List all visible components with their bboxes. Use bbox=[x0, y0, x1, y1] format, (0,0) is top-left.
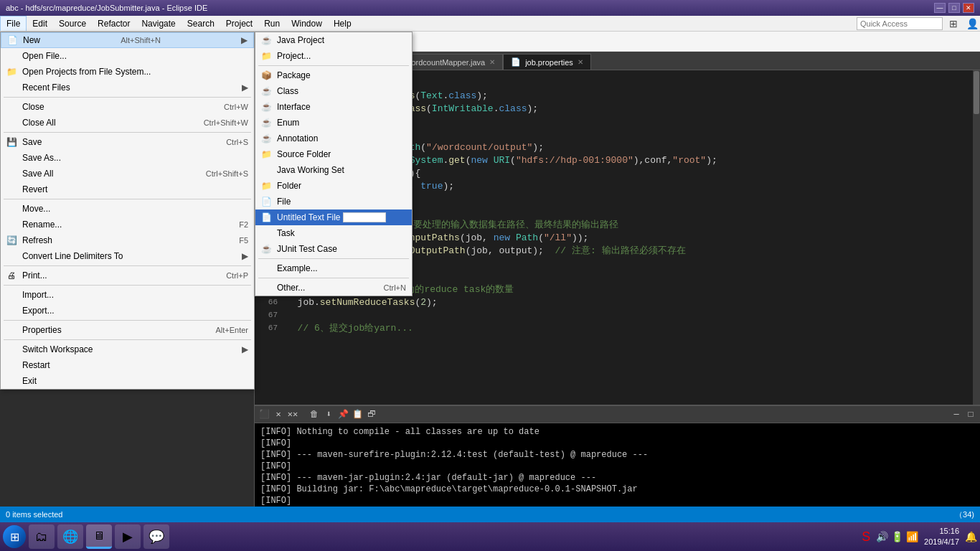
taskbar-app-browser[interactable]: 🌐 bbox=[57, 524, 83, 549]
console-pin-btn[interactable]: 📌 bbox=[336, 408, 349, 421]
submenu-junittestcase[interactable]: ☕ JUnit Test Case bbox=[255, 241, 412, 257]
console-newwindow-btn[interactable]: 🗗 bbox=[365, 408, 378, 421]
console-terminate-btn[interactable]: ✕ bbox=[272, 408, 285, 421]
menu-item-properties[interactable]: Properties Alt+Enter bbox=[1, 322, 254, 338]
maximize-button[interactable]: □ bbox=[948, 3, 960, 13]
submenu-junittestcase-label: JUnit Test Case bbox=[277, 244, 337, 254]
submenu-package[interactable]: 📦 Package bbox=[255, 67, 412, 83]
menu-refactor[interactable]: Refactor bbox=[92, 16, 136, 31]
submenu-untitledtextfile[interactable]: 📄 Untitled Text File bbox=[255, 209, 412, 225]
submenu-annotation[interactable]: ☕ Annotation bbox=[255, 131, 412, 146]
task-icon bbox=[260, 227, 273, 240]
revert-icon bbox=[5, 183, 18, 196]
menu-run[interactable]: Run bbox=[258, 16, 286, 31]
minimize-button[interactable]: — bbox=[934, 3, 946, 13]
menu-window[interactable]: Window bbox=[286, 16, 328, 31]
perspective-button[interactable]: ⊞ bbox=[946, 16, 961, 32]
console-terminate-all-btn[interactable]: ✕✕ bbox=[286, 408, 299, 421]
menu-item-refresh[interactable]: 🔄 Refresh F5 bbox=[1, 232, 254, 248]
submenu-javaworkingset[interactable]: Java Working Set bbox=[255, 162, 412, 178]
console-min-btn[interactable]: — bbox=[950, 408, 963, 421]
close-button[interactable]: ✕ bbox=[963, 3, 974, 13]
taskbar-sougou-icon[interactable]: S bbox=[862, 529, 870, 545]
menu-item-save[interactable]: 💾 Save Ctrl+S bbox=[1, 134, 254, 150]
rename-icon bbox=[5, 218, 18, 231]
console-stop-btn[interactable]: ⬛ bbox=[258, 408, 270, 421]
submenu-task[interactable]: Task bbox=[255, 225, 412, 241]
submenu-enum[interactable]: ☕ Enum bbox=[255, 115, 412, 131]
submenu-enum-label: Enum bbox=[277, 118, 299, 128]
menu-item-close[interactable]: Close Ctrl+W bbox=[1, 99, 254, 115]
menu-navigate[interactable]: Navigate bbox=[136, 16, 181, 31]
menu-item-restart[interactable]: Restart bbox=[1, 357, 254, 373]
submenu-sourcefolder[interactable]: 📁 Source Folder bbox=[255, 146, 412, 162]
console-line-2: [INFO] bbox=[260, 438, 974, 449]
titlebar: abc - hdfs/src/mapreduce/JobSubmitter.ja… bbox=[0, 0, 980, 16]
submenu-java-project[interactable]: ☕ Java Project bbox=[255, 32, 412, 48]
menu-edit[interactable]: Edit bbox=[27, 16, 53, 31]
taskbar-app-player[interactable]: ▶ bbox=[115, 524, 141, 549]
menu-item-restart-label: Restart bbox=[22, 360, 50, 370]
submenu-other[interactable]: Other... Ctrl+N bbox=[255, 280, 412, 296]
menu-help[interactable]: Help bbox=[328, 16, 357, 31]
menu-item-openprojects-label: Open Projects from File System... bbox=[22, 67, 151, 77]
titlebar-controls[interactable]: — □ ✕ bbox=[934, 3, 974, 13]
menu-file[interactable]: File bbox=[0, 16, 27, 31]
menu-item-switchworkspace[interactable]: Switch Workspace ▶ bbox=[1, 342, 254, 357]
console-line-3: [INFO] --- maven-surefire-plugin:2.12.4:… bbox=[260, 449, 974, 461]
menu-item-convertdelimiters[interactable]: Convert Line Delimiters To ▶ bbox=[1, 248, 254, 264]
console-scroll-btn[interactable]: ⬇ bbox=[322, 408, 335, 421]
submenu-file[interactable]: 📄 File bbox=[255, 194, 412, 209]
menu-search[interactable]: Search bbox=[182, 16, 220, 31]
quickaccess-area: ⊞ 👤 bbox=[857, 16, 980, 32]
start-button[interactable]: ⊞ bbox=[3, 525, 26, 548]
java-project-icon: ☕ bbox=[260, 34, 273, 47]
sep-1 bbox=[4, 97, 251, 98]
tab-close-mapper[interactable]: ✕ bbox=[489, 58, 495, 66]
menu-item-revert[interactable]: Revert bbox=[1, 182, 254, 197]
menu-item-print[interactable]: 🖨 Print... Ctrl+P bbox=[1, 268, 254, 283]
menu-item-saveas[interactable]: Save As... bbox=[1, 150, 254, 166]
menu-item-openfile[interactable]: Open File... bbox=[1, 48, 254, 64]
menu-item-openprojects[interactable]: 📁 Open Projects from File System... bbox=[1, 64, 254, 80]
user-button[interactable]: 👤 bbox=[964, 16, 980, 32]
switchworkspace-arrow: ▶ bbox=[242, 344, 248, 354]
menu-item-recentfiles[interactable]: Recent Files ▶ bbox=[1, 80, 254, 95]
menu-item-exit-label: Exit bbox=[22, 376, 37, 386]
menu-item-closeall[interactable]: Close All Ctrl+Shift+W bbox=[1, 115, 254, 131]
submenu-project-label: Project... bbox=[277, 51, 311, 61]
import-icon bbox=[5, 288, 18, 301]
console-copy-btn[interactable]: 📋 bbox=[351, 408, 364, 421]
menu-item-rename[interactable]: Rename... F2 bbox=[1, 217, 254, 232]
menu-source[interactable]: Source bbox=[53, 16, 92, 31]
interface-icon: ☕ bbox=[260, 100, 273, 113]
other-icon bbox=[260, 281, 273, 294]
submenu-folder[interactable]: 📁 Folder bbox=[255, 178, 412, 194]
console-max-btn[interactable]: □ bbox=[964, 408, 977, 421]
menu-item-export[interactable]: Export... bbox=[1, 303, 254, 319]
taskbar-notify-icon[interactable]: 🔔 bbox=[965, 531, 977, 542]
submenu-example[interactable]: Example... bbox=[255, 260, 412, 276]
submenu-project[interactable]: 📁 Project... bbox=[255, 48, 412, 64]
new-icon: 📄 bbox=[6, 34, 19, 47]
menu-item-exit[interactable]: Exit bbox=[1, 373, 254, 389]
taskbar-app-wechat[interactable]: 💬 bbox=[143, 524, 169, 549]
menu-item-move[interactable]: Move... bbox=[1, 201, 254, 217]
menu-item-import[interactable]: Import... bbox=[1, 287, 254, 303]
editor-scrollbar-thumb[interactable] bbox=[974, 71, 979, 114]
submenu-class[interactable]: ☕ Class bbox=[255, 83, 412, 99]
tab-properties[interactable]: 📄 job.properties ✕ bbox=[503, 54, 591, 70]
menu-item-saveall[interactable]: Save All Ctrl+Shift+S bbox=[1, 166, 254, 182]
menu-project[interactable]: Project bbox=[220, 16, 258, 31]
taskbar-app-eclipse[interactable]: 🖥 bbox=[86, 524, 112, 549]
submenu-java-project-label: Java Project bbox=[277, 35, 324, 45]
titlebar-title: abc - hdfs/src/mapreduce/JobSubmitter.ja… bbox=[6, 4, 207, 12]
console-clear-btn[interactable]: 🗑 bbox=[308, 408, 321, 421]
menu-item-new[interactable]: 📄 New Alt+Shift+N ▶ bbox=[1, 32, 254, 48]
new-sep-2 bbox=[258, 258, 409, 259]
tab-close-properties[interactable]: ✕ bbox=[578, 58, 583, 66]
menu-item-revert-label: Revert bbox=[22, 184, 47, 194]
quickaccess-input[interactable] bbox=[857, 17, 943, 30]
taskbar-app-explorer[interactable]: 🗂 bbox=[29, 524, 55, 549]
submenu-interface[interactable]: ☕ Interface bbox=[255, 99, 412, 115]
